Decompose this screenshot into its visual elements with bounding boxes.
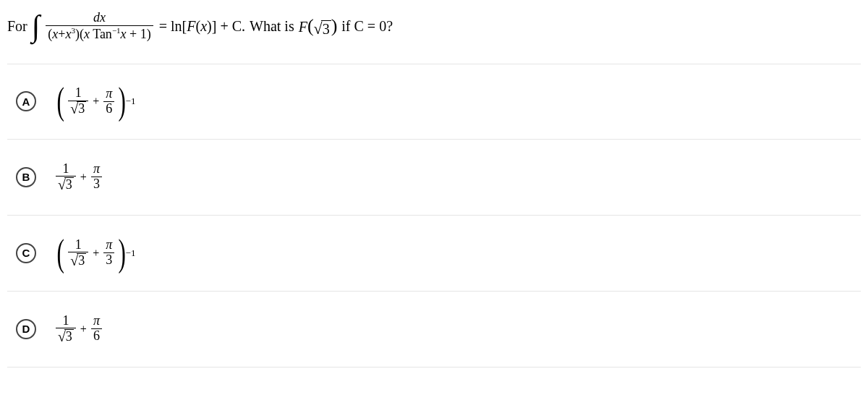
- option-c-bubble: C: [16, 243, 36, 263]
- den-x3-exp: 3: [71, 26, 75, 35]
- option-d-math: 1 √3 + π 6: [54, 314, 103, 344]
- a-six: 6: [103, 102, 114, 116]
- option-c-math: ( 1 √3 + π 3 ) −1: [54, 234, 135, 272]
- rbracket: ]: [212, 18, 217, 34]
- F2-popen: (: [307, 15, 314, 36]
- den-tan: Tan: [90, 27, 112, 41]
- F2-sym: F: [299, 19, 307, 35]
- option-b-letter: B: [22, 171, 30, 183]
- option-d-bubble: D: [16, 319, 36, 339]
- equals-ln: = ln[F(x)] + C.: [159, 18, 245, 35]
- option-c[interactable]: C ( 1 √3 + π 3 ) −1: [7, 216, 861, 292]
- if-c-zero: if C = 0?: [341, 18, 393, 35]
- den-plus: +: [58, 27, 65, 41]
- a-pi: π: [103, 87, 114, 101]
- F2-pclose: ): [331, 15, 338, 36]
- d-pi: π: [91, 314, 102, 328]
- c-plus: +: [93, 247, 99, 260]
- d-one: 1: [60, 314, 71, 328]
- d-six: 6: [91, 329, 102, 344]
- options-list: A ( 1 √3 + π 6 ) −1 B 1 √3: [7, 64, 861, 367]
- den-plus1: + 1: [129, 27, 147, 41]
- option-b[interactable]: B 1 √3 + π 3: [7, 140, 861, 216]
- integrand-fraction: dx (x+x3)(x Tan−1x + 1): [46, 11, 153, 42]
- option-c-letter: C: [22, 247, 30, 259]
- b-pi: π: [91, 162, 102, 177]
- a-plus: +: [93, 95, 99, 108]
- integrand-num: dx: [93, 10, 106, 25]
- question-prefix: For: [7, 18, 27, 35]
- c-sqrt3: 3: [77, 253, 86, 268]
- option-a-letter: A: [22, 95, 30, 108]
- eq-ln: = ln: [159, 18, 182, 34]
- b-three: 3: [91, 177, 102, 192]
- dot: .: [242, 18, 245, 34]
- option-d-letter: D: [22, 323, 30, 335]
- c-exp: −1: [126, 247, 136, 259]
- c-three: 3: [103, 253, 114, 268]
- option-a[interactable]: A ( 1 √3 + π 6 ) −1: [7, 64, 861, 140]
- F-of-sqrt3: F(√3): [299, 15, 338, 37]
- option-a-bubble: A: [16, 91, 36, 111]
- den-tan-exp: −1: [112, 26, 121, 35]
- option-a-math: ( 1 √3 + π 6 ) −1: [54, 82, 135, 120]
- den-rtail: x: [121, 27, 127, 41]
- fx-x: x: [200, 18, 207, 34]
- F-sym: F: [187, 18, 195, 34]
- plus-c: + C: [220, 18, 242, 34]
- a-sqrt3: 3: [77, 101, 86, 116]
- fx-close: ): [207, 18, 212, 34]
- d-plus: +: [80, 323, 87, 336]
- d-sqrt3: 3: [64, 329, 74, 344]
- c-one: 1: [73, 238, 84, 252]
- option-b-bubble: B: [16, 167, 36, 187]
- what-is: What is: [250, 18, 294, 35]
- option-b-math: 1 √3 + π 3: [54, 162, 103, 192]
- den-rx: x: [84, 27, 90, 41]
- option-d[interactable]: D 1 √3 + π 6: [7, 292, 861, 367]
- a-exp: −1: [126, 95, 136, 107]
- question-text: For ∫ dx (x+x3)(x Tan−1x + 1) = ln[F(x)]…: [7, 11, 861, 42]
- b-plus: +: [80, 171, 87, 184]
- b-sqrt3: 3: [64, 177, 74, 192]
- b-one: 1: [60, 162, 71, 177]
- integral-symbol: ∫: [32, 11, 41, 41]
- c-pi: π: [103, 238, 114, 252]
- a-one: 1: [73, 86, 84, 101]
- sqrt3-arg: 3: [321, 20, 331, 37]
